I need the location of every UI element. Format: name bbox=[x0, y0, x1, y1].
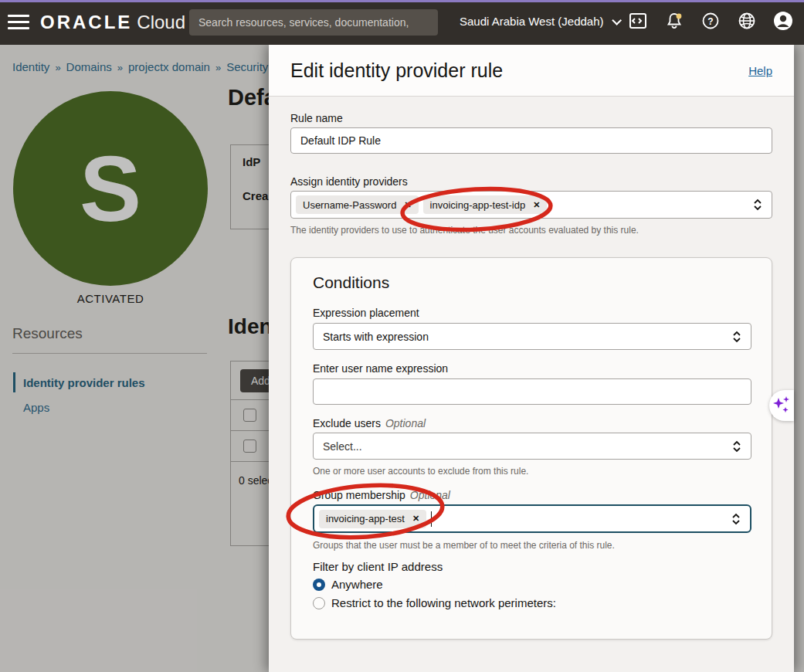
chip-invoicing-app-test-idp: invoicing-app-test-idp ✕ bbox=[423, 195, 548, 214]
brand-oracle: ORACLE bbox=[40, 12, 132, 32]
drawer-title: Edit identity provider rule bbox=[290, 59, 503, 82]
select-caret-icon[interactable] bbox=[753, 198, 762, 212]
group-membership-label: Group membershipOptional bbox=[313, 489, 450, 501]
select-caret-icon[interactable] bbox=[732, 330, 741, 344]
username-expression-label: Enter user name expression bbox=[313, 362, 448, 375]
chip-label: Username-Password bbox=[303, 199, 396, 211]
radio-selected-icon[interactable] bbox=[313, 579, 325, 591]
conditions-title: Conditions bbox=[313, 273, 389, 292]
exclude-users-helper: One or more user accounts to exclude fro… bbox=[313, 466, 528, 477]
topbar-accent-line bbox=[0, 0, 804, 2]
radio-label: Anywhere bbox=[331, 578, 383, 591]
select-caret-icon[interactable] bbox=[731, 512, 741, 526]
select-caret-icon[interactable] bbox=[732, 440, 741, 453]
chip-label: invoicing-app-test bbox=[326, 513, 405, 524]
brand-cloud: Cloud bbox=[137, 12, 185, 32]
top-navbar: ORACLECloud Saudi Arabia West (Jeddah) ? bbox=[0, 0, 804, 45]
hamburger-menu-icon[interactable] bbox=[8, 15, 29, 30]
edit-idp-rule-drawer: Edit identity provider rule Help Rule na… bbox=[269, 45, 794, 672]
help-link[interactable]: Help bbox=[748, 64, 772, 77]
radio-unselected-icon[interactable] bbox=[313, 597, 325, 609]
assign-idp-label: Assign identity providers bbox=[290, 175, 408, 188]
region-selector[interactable]: Saudi Arabia West (Jeddah) bbox=[460, 15, 619, 28]
exclude-users-select[interactable]: Select... bbox=[313, 433, 751, 460]
radio-restrict-perimeters[interactable]: Restrict to the following network perime… bbox=[313, 596, 556, 609]
text-cursor bbox=[431, 511, 432, 527]
help-icon[interactable]: ? bbox=[701, 11, 721, 31]
radio-label: Restrict to the following network perime… bbox=[331, 596, 556, 609]
ai-assistant-tab[interactable] bbox=[769, 390, 794, 421]
svg-text:?: ? bbox=[707, 16, 713, 27]
username-expression-input[interactable] bbox=[313, 378, 751, 405]
assign-idp-helper: The identity providers to use to authent… bbox=[290, 225, 639, 236]
chip-close-icon[interactable]: ✕ bbox=[404, 200, 411, 210]
chevron-down-icon bbox=[612, 15, 622, 25]
expression-placement-label: Expression placement bbox=[313, 307, 419, 319]
selected-value: Starts with expression bbox=[323, 331, 429, 343]
optional-tag: Optional bbox=[410, 489, 450, 501]
rule-name-input[interactable] bbox=[290, 127, 772, 154]
rule-name-label: Rule name bbox=[290, 112, 343, 124]
oracle-cloud-logo[interactable]: ORACLECloud bbox=[40, 12, 185, 33]
select-placeholder: Select... bbox=[323, 440, 362, 453]
chip-username-password: Username-Password ✕ bbox=[296, 195, 419, 214]
exclude-users-label: Exclude usersOptional bbox=[313, 417, 426, 429]
cloud-shell-icon[interactable] bbox=[628, 11, 648, 31]
assign-idp-combobox[interactable]: Username-Password ✕ invoicing-app-test-i… bbox=[290, 191, 772, 219]
ip-filter-label: Filter by client IP address bbox=[313, 560, 443, 573]
drawer-header: Edit identity provider rule Help bbox=[269, 45, 794, 97]
radio-anywhere[interactable]: Anywhere bbox=[313, 578, 383, 591]
optional-tag: Optional bbox=[385, 417, 426, 429]
conditions-card: Conditions Expression placement Starts w… bbox=[290, 257, 772, 640]
search-input[interactable] bbox=[189, 9, 438, 36]
user-avatar-icon[interactable] bbox=[773, 11, 793, 31]
chip-close-icon[interactable]: ✕ bbox=[412, 514, 419, 524]
region-label: Saudi Arabia West (Jeddah) bbox=[460, 15, 604, 28]
chip-label: invoicing-app-test-idp bbox=[430, 199, 526, 211]
notifications-bell-icon[interactable] bbox=[664, 11, 684, 31]
expression-placement-select[interactable]: Starts with expression bbox=[313, 323, 751, 350]
group-membership-helper: Groups that the user must be a member of… bbox=[313, 540, 615, 551]
chip-close-icon[interactable]: ✕ bbox=[533, 200, 540, 210]
group-membership-combobox[interactable]: invoicing-app-test ✕ bbox=[313, 504, 751, 533]
language-globe-icon[interactable] bbox=[737, 11, 757, 31]
chip-invoicing-app-test: invoicing-app-test ✕ bbox=[319, 510, 426, 528]
sparkle-icon bbox=[772, 395, 792, 416]
